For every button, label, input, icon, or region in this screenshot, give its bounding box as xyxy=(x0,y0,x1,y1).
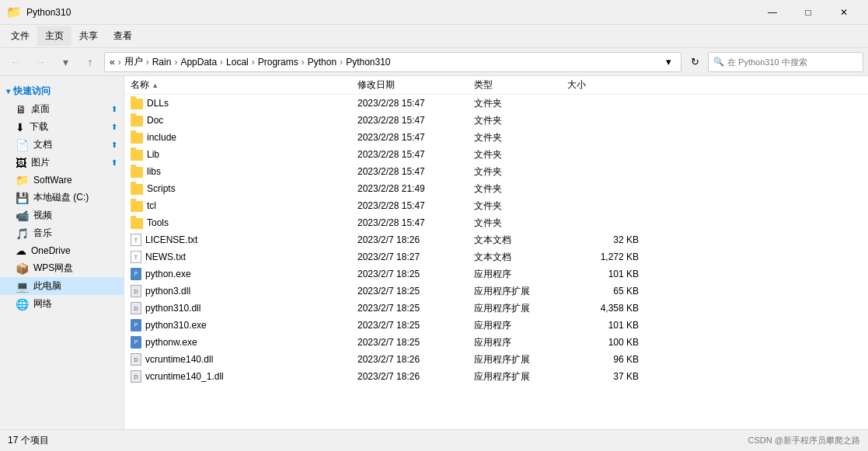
sidebar-item-thispc[interactable]: 💻 此电脑 xyxy=(0,277,124,295)
table-row[interactable]: P python310.exe 2023/2/7 18:25 应用程序 101 … xyxy=(124,317,868,334)
header-size[interactable]: 大小 xyxy=(567,78,645,92)
table-row[interactable]: include 2023/2/28 15:47 文件夹 xyxy=(124,129,868,146)
table-row[interactable]: DLLs 2023/2/28 15:47 文件夹 xyxy=(124,95,868,112)
sidebar-item-onedrive[interactable]: ☁ OneDrive xyxy=(0,242,124,259)
file-type: 应用程序 xyxy=(474,319,567,332)
back-button[interactable]: ← xyxy=(5,52,26,72)
file-name: T LICENSE.txt xyxy=(124,234,357,246)
desktop-icon: 🖥 xyxy=(16,103,26,116)
menu-share[interactable]: 共享 xyxy=(71,26,106,46)
status-bar: 17 个项目 CSDN @新手程序员攀爬之路 xyxy=(0,429,868,451)
header-date[interactable]: 修改日期 xyxy=(357,78,474,92)
minimize-button[interactable]: — xyxy=(755,0,790,25)
table-row[interactable]: T NEWS.txt 2023/2/7 18:27 文本文档 1,272 KB xyxy=(124,248,868,265)
sidebar-item-music[interactable]: 🎵 音乐 xyxy=(0,224,124,242)
music-icon: 🎵 xyxy=(16,227,29,240)
sidebar-item-video[interactable]: 📹 视频 xyxy=(0,206,124,224)
quick-access-arrow: ▾ xyxy=(6,87,10,95)
file-type: 文件夹 xyxy=(474,97,567,110)
address-crumb-user[interactable]: 用户 xyxy=(124,55,143,68)
address-crumb-python[interactable]: Python xyxy=(308,57,336,68)
file-name: Tools xyxy=(124,217,357,229)
pin-icon-documents: ⬆ xyxy=(111,141,117,149)
file-date: 2023/2/28 15:47 xyxy=(357,132,474,143)
file-type: 应用程序扩展 xyxy=(474,285,567,298)
sidebar-item-label: 图片 xyxy=(31,156,50,169)
table-row[interactable]: libs 2023/2/28 15:47 文件夹 xyxy=(124,163,868,180)
file-type: 应用程序扩展 xyxy=(474,353,567,366)
table-row[interactable]: D vcruntime140_1.dll 2023/2/7 18:26 应用程序… xyxy=(124,368,868,385)
sidebar-item-localdisk[interactable]: 💾 本地磁盘 (C:) xyxy=(0,189,124,206)
table-row[interactable]: D python310.dll 2023/2/7 18:25 应用程序扩展 4,… xyxy=(124,300,868,317)
table-row[interactable]: tcl 2023/2/28 15:47 文件夹 xyxy=(124,197,868,214)
file-type: 应用程序扩展 xyxy=(474,302,567,315)
pictures-icon: 🖼 xyxy=(16,157,26,169)
forward-button[interactable]: → xyxy=(30,52,51,72)
file-date: 2023/2/7 18:25 xyxy=(357,337,474,348)
file-date: 2023/2/28 15:47 xyxy=(357,217,474,228)
file-rows-container: DLLs 2023/2/28 15:47 文件夹 Doc 2023/2/28 1… xyxy=(124,95,868,385)
file-date: 2023/2/7 18:27 xyxy=(357,252,474,262)
address-crumb-appdata[interactable]: AppData xyxy=(180,57,217,68)
recent-button[interactable]: ▾ xyxy=(54,52,76,72)
quick-access-header[interactable]: ▾ 快速访问 xyxy=(0,82,124,100)
sidebar-item-label: 文档 xyxy=(33,138,52,151)
sidebar-item-wps[interactable]: 📦 WPS网盘 xyxy=(0,259,124,277)
file-size: 96 KB xyxy=(567,354,645,365)
address-dropdown-button[interactable]: ▾ xyxy=(661,54,676,71)
table-row[interactable]: Lib 2023/2/28 15:47 文件夹 xyxy=(124,146,868,163)
sidebar-item-pictures[interactable]: 🖼 图片 ⬆ xyxy=(0,154,124,172)
address-sep-4: › xyxy=(220,57,223,68)
menu-bar: 文件 主页 共享 查看 xyxy=(0,25,868,48)
address-sep-6: › xyxy=(302,57,305,68)
search-input[interactable] xyxy=(727,57,858,67)
file-name: include xyxy=(124,131,357,144)
address-sep-3: › xyxy=(174,57,177,68)
table-row[interactable]: Doc 2023/2/28 15:47 文件夹 xyxy=(124,112,868,129)
menu-file[interactable]: 文件 xyxy=(3,26,37,46)
sidebar-item-label: 视频 xyxy=(33,209,52,222)
header-type[interactable]: 类型 xyxy=(474,78,567,92)
address-bar[interactable]: « › 用户 › Rain › AppData › Local › Progra… xyxy=(104,52,682,72)
wps-icon: 📦 xyxy=(16,262,29,275)
sidebar-item-desktop[interactable]: 🖥 桌面 ⬆ xyxy=(0,100,124,118)
table-row[interactable]: D python3.dll 2023/2/7 18:25 应用程序扩展 65 K… xyxy=(124,283,868,300)
toolbar: ← → ▾ ↑ « › 用户 › Rain › AppData › Local … xyxy=(0,48,868,76)
search-bar[interactable]: 🔍 xyxy=(708,52,863,72)
table-row[interactable]: T LICENSE.txt 2023/2/7 18:26 文本文档 32 KB xyxy=(124,231,868,248)
sidebar-item-documents[interactable]: 📄 文档 ⬆ xyxy=(0,136,124,154)
close-button[interactable]: ✕ xyxy=(826,0,862,25)
file-date: 2023/2/28 15:47 xyxy=(357,98,474,109)
address-crumb-programs[interactable]: Programs xyxy=(258,57,298,68)
watermark: CSDN @新手程序员攀爬之路 xyxy=(748,435,860,446)
sidebar-item-software[interactable]: 📁 SoftWare xyxy=(0,172,124,189)
file-name: Scripts xyxy=(124,182,357,195)
menu-view[interactable]: 查看 xyxy=(106,26,140,46)
up-button[interactable]: ↑ xyxy=(79,52,101,72)
file-name: P python310.exe xyxy=(124,319,357,331)
file-date: 2023/2/7 18:26 xyxy=(357,371,474,382)
table-row[interactable]: D vcruntime140.dll 2023/2/7 18:26 应用程序扩展… xyxy=(124,351,868,368)
menu-home[interactable]: 主页 xyxy=(37,26,71,46)
file-type: 文件夹 xyxy=(474,148,567,161)
sidebar-item-downloads[interactable]: ⬇ 下载 ⬆ xyxy=(0,118,124,136)
file-type: 应用程序扩展 xyxy=(474,370,567,383)
address-crumb-start[interactable]: « xyxy=(110,57,115,68)
refresh-button[interactable]: ↻ xyxy=(685,52,705,72)
sidebar-item-network[interactable]: 🌐 网络 xyxy=(0,295,124,313)
table-row[interactable]: Tools 2023/2/28 15:47 文件夹 xyxy=(124,214,868,231)
maximize-button[interactable]: □ xyxy=(790,0,826,25)
table-row[interactable]: Scripts 2023/2/28 21:49 文件夹 xyxy=(124,180,868,197)
address-crumb-rain[interactable]: Rain xyxy=(152,57,172,68)
file-type: 文件夹 xyxy=(474,131,567,144)
address-sep-1: › xyxy=(118,57,121,68)
file-type: 应用程序 xyxy=(474,336,567,349)
header-name[interactable]: 名称 ▲ xyxy=(124,78,357,92)
file-area[interactable]: 名称 ▲ 修改日期 类型 大小 DLLs 2023/2/28 15:47 文件夹… xyxy=(124,76,868,429)
address-crumb-python310[interactable]: Python310 xyxy=(346,57,390,68)
table-row[interactable]: P pythonw.exe 2023/2/7 18:25 应用程序 100 KB xyxy=(124,334,868,351)
table-row[interactable]: P python.exe 2023/2/7 18:25 应用程序 101 KB xyxy=(124,265,868,283)
address-crumb-local[interactable]: Local xyxy=(226,57,249,68)
file-type: 文件夹 xyxy=(474,165,567,179)
sidebar-item-label: 下载 xyxy=(30,120,48,134)
